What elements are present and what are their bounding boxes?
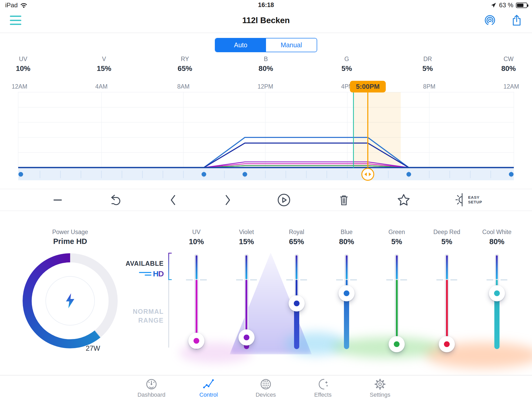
channel-percent: 65% [162,64,208,73]
slider-name: Royal [271,229,323,236]
status-bar: iPad 16:18 63 % [0,0,532,10]
toolbar-chevron-left-icon[interactable] [166,193,181,207]
slider-percent: 65% [271,237,323,246]
toolbar-play-icon[interactable] [277,193,291,207]
mode-toggle: Auto Manual [215,38,317,52]
slider-percent: 10% [170,237,222,246]
chevron-right-icon [221,193,234,207]
toolbar: EASYSETUP [0,189,532,211]
tab-dashboard[interactable]: Dashboard [128,377,175,398]
schedule-chart[interactable] [0,90,532,184]
hd-threshold-dash [236,280,243,280]
slider-thumb-blue[interactable] [338,285,355,301]
channel-summary-uv: UV10% [0,56,46,73]
channel-abbr: DR [404,56,451,63]
time-label-12am: 12AM [496,83,527,90]
available-hd-label: AVAILABLE HD [83,260,164,278]
hd-threshold-dash [450,280,457,280]
slider-thumb-dot [244,335,249,340]
sliders-panel: AVAILABLE HD NORMAL RANGE UV10%Violet15%… [0,223,532,369]
toolbar-star-icon[interactable] [396,193,411,207]
nav-header: 112l Becken [0,10,532,33]
channel-summary-row: UV10%V15%RY65%B80%G5%DR5%CW80% [0,56,532,79]
slider-thumb-cool-white[interactable] [489,285,505,301]
clock: 16:18 [0,1,532,9]
toolbar-trash-icon[interactable] [337,193,351,207]
slider-percent: 15% [221,237,272,246]
slider-thumb-royal[interactable] [289,295,305,311]
hd-range-segment [296,255,297,279]
time-label-8pm: 8PM [414,83,445,90]
toolbar-minus-icon[interactable] [50,193,65,207]
minus-icon [51,193,64,207]
tab-label: Control [185,391,232,398]
slider-name: Deep Red [421,229,473,236]
toolbar-undo-icon[interactable] [109,193,124,207]
slider-thumb-dot [194,338,199,344]
tab-devices[interactable]: Devices [242,377,289,398]
tab-label: Settings [357,391,403,398]
gauge-icon [128,377,175,391]
broadcast-icon[interactable] [484,14,496,26]
tab-manual[interactable]: Manual [266,38,317,52]
slider-thumb-uv[interactable] [188,333,204,349]
hd-range-segment [496,255,498,279]
hd-threshold-dash [300,280,307,280]
hd-threshold-dash [200,280,207,280]
undo-icon [110,193,123,207]
keyframe-dot[interactable] [407,172,411,177]
channel-summary-v: V15% [81,56,127,73]
keyframe-dot[interactable] [243,172,247,177]
share-icon[interactable] [510,14,523,26]
channel-summary-g: G5% [323,56,370,73]
scrubber-handle[interactable] [362,168,374,180]
selected-time-badge[interactable]: 5:00PM [350,81,386,92]
slider-percent: 80% [471,237,523,246]
hd-threshold-dash [400,280,407,280]
normal-range-line [168,280,169,348]
page-title: 112l Becken [0,16,532,25]
devices-icon [242,377,289,391]
channel-percent: 80% [242,64,289,73]
tab-effects[interactable]: Effects [300,377,346,398]
tab-settings[interactable]: Settings [357,377,403,398]
control-icon [185,377,232,391]
tab-label: Effects [300,391,346,398]
easy-setup-label: EASY [468,195,480,200]
easy-setup-button[interactable]: EASYSETUP [455,192,482,207]
star-icon [396,193,411,207]
tab-auto[interactable]: Auto [215,38,266,52]
slider-name: Cool White [471,229,523,236]
slider-unfilled-line [196,280,197,341]
slider-thumb-dot [394,341,400,347]
location-icon [491,2,496,8]
tab-bar: DashboardControlDevicesEffectsSettings [0,375,532,399]
slider-thumb-deep-red[interactable] [439,336,455,352]
keyframe-dot[interactable] [18,172,23,177]
channel-summary-dr: DR5% [404,56,451,73]
channel-abbr: RY [162,56,208,63]
slider-name: UV [170,229,222,236]
hd-range-segment [196,255,197,279]
slider-thumb-dot [494,290,500,296]
slider-name: Blue [321,229,373,236]
slider-thumb-violet[interactable] [238,329,255,345]
normal-range-label: NORMAL RANGE [83,307,164,325]
keyframe-dot[interactable] [202,172,206,177]
slider-unfilled-line [446,280,448,344]
slider-thumb-green[interactable] [389,336,405,352]
toolbar-chevron-right-icon[interactable] [220,193,235,207]
channel-percent: 10% [0,64,46,73]
scrubber-band [18,168,514,180]
slider-name: Violet [221,229,272,236]
channel-abbr: UV [0,56,46,63]
keyframe-dot[interactable] [509,172,514,177]
hd-threshold-dash [336,280,343,280]
channel-percent: 5% [404,64,451,73]
channel-abbr: G [323,56,370,63]
slider-thumb-dot [444,341,450,347]
effects-icon [300,377,346,391]
channel-abbr: V [81,56,127,63]
slider-unfilled-line [396,280,398,344]
tab-control[interactable]: Control [185,377,232,398]
